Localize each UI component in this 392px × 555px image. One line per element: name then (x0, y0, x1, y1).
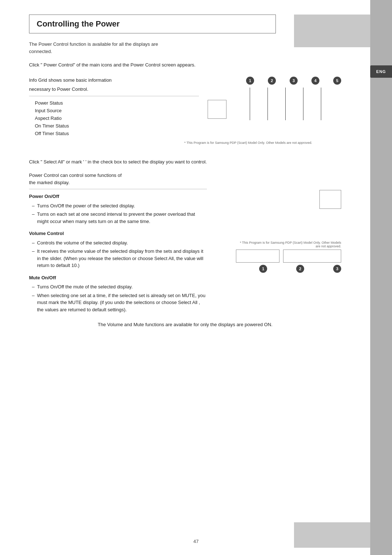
power-bullet-1: Turns On/Off the power of the selected d… (32, 202, 207, 210)
top-gray-block (294, 15, 370, 47)
title-box: Controlling the Power (29, 15, 276, 33)
volume-ui-row (236, 250, 341, 263)
power-onoff-list: Turns On/Off the power of the selected d… (32, 202, 207, 226)
pc-desc1: Power Control can control some functions… (29, 172, 207, 179)
note1: * This Program is for Samsung PDP (Scart… (29, 141, 312, 145)
bottom-gray-block (294, 522, 370, 548)
footer-note: The Volume and Mute functions are availa… (29, 321, 341, 328)
mute-bullet-1: Turns On/Off the mute of the selected di… (32, 283, 207, 291)
bot-num-1: 1 (259, 265, 267, 273)
num-2: 2 (268, 77, 276, 85)
line-3 (285, 88, 286, 120)
line-1 (250, 88, 250, 120)
line-4 (303, 88, 303, 120)
bot-num-3: 3 (333, 265, 341, 273)
num-4: 4 (311, 77, 319, 85)
eng-label: ENG (376, 69, 386, 74)
mute-onoff-list: Turns On/Off the mute of the selected di… (32, 283, 207, 314)
mute-onoff-title: Mute On/Off (29, 274, 207, 281)
bot-num-2: 2 (296, 265, 304, 273)
power-control-section: Power Control can control some functions… (29, 172, 341, 314)
volume-control-list: Controls the volume of the selected disp… (32, 239, 207, 270)
info-thumbnail (208, 98, 226, 119)
right-bar (370, 0, 392, 555)
info-screenshot-box (208, 100, 226, 119)
power-onoff-title: Power On/Off (29, 193, 207, 200)
info-grid-left: Info Grid shows some basic information n… (29, 77, 199, 137)
note2: * This Program is for Samsung PDP (Scart… (236, 241, 341, 248)
volume-box2 (283, 250, 341, 263)
mute-bullet-2: When selecting one set at a time, if the… (32, 291, 207, 314)
power-ui-box (319, 190, 341, 209)
divider2 (29, 189, 207, 189)
volume-bullet-1: Controls the volume of the selected disp… (32, 239, 207, 247)
info-list: Power Status Input Source Aspect Ratio O… (29, 99, 199, 137)
info-grid-section: Info Grid shows some basic information n… (29, 77, 341, 137)
info-grid-desc1: Info Grid shows some basic information (29, 77, 199, 84)
select-all-text: Click " Select All" or mark ' ' in the c… (29, 158, 341, 166)
list-item-on-timer: On Timer Status (29, 122, 199, 130)
eng-badge: ENG (370, 65, 392, 78)
page-title: Controlling the Power (37, 19, 268, 29)
num-3: 3 (290, 77, 298, 85)
list-item-off-timer: Off Timer Status (29, 130, 199, 137)
list-item-aspect-ratio: Aspect Ratio (29, 114, 199, 122)
divider1 (29, 96, 199, 96)
volume-control-title: Volume Control (29, 230, 207, 237)
num-5: 5 (333, 77, 341, 85)
info-diagram: 1 2 3 4 5 (235, 77, 341, 120)
num-1: 1 (246, 77, 254, 85)
numbered-row: 1 2 3 4 5 (246, 77, 341, 85)
info-grid-desc2: necessary to Power Control. (29, 86, 199, 93)
main-content: Controlling the Power The Power Control … (29, 15, 341, 328)
list-item-power-status: Power Status (29, 99, 199, 107)
intro-line2: connected. (29, 49, 52, 54)
intro-line1: The Power Control function is available … (29, 41, 158, 47)
power-control-right: * This Program is for Samsung PDP (Scart… (218, 172, 341, 314)
pc-desc2: the marked display. (29, 179, 207, 186)
volume-bullet-2: It receives the volume value of the sele… (32, 247, 207, 270)
page-number: 47 (193, 539, 199, 544)
line-5 (321, 88, 321, 120)
list-item-input-source: Input Source (29, 107, 199, 114)
click-power-control-text: Click " Power Control" of the main icons… (29, 61, 341, 69)
volume-box1 (236, 250, 279, 263)
bottom-num-row: 1 2 3 (259, 265, 341, 273)
vert-lines (246, 88, 321, 120)
line-2 (268, 88, 268, 120)
power-control-left: Power Control can control some functions… (29, 172, 207, 314)
power-bullet-2: Turns on each set at one second interval… (32, 210, 207, 226)
spacer1 (29, 147, 341, 158)
